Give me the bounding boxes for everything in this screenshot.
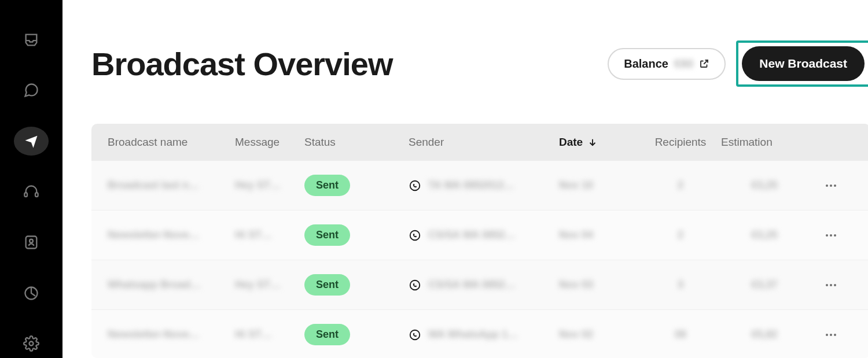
cell-name: Whatsapp Broad… bbox=[108, 279, 235, 291]
page-title: Broadcast Overview bbox=[91, 45, 392, 83]
nav-broadcast[interactable] bbox=[14, 127, 49, 156]
balance-label: Balance bbox=[624, 57, 668, 71]
svg-point-21 bbox=[834, 334, 836, 336]
header-actions: Balance €80 New Broadcast bbox=[608, 40, 868, 87]
support-icon bbox=[23, 184, 39, 200]
col-estimation[interactable]: Estimation bbox=[721, 136, 808, 149]
row-actions-button[interactable] bbox=[808, 228, 854, 242]
analytics-icon bbox=[23, 285, 39, 301]
cell-status: Sent bbox=[304, 224, 409, 246]
table-row[interactable]: Newsletter-Nove…Hi ST…SentCS/SA WA 0852…… bbox=[91, 211, 868, 260]
svg-point-9 bbox=[834, 184, 836, 187]
whatsapp-icon bbox=[409, 229, 421, 242]
col-message[interactable]: Message bbox=[235, 136, 304, 149]
cell-message: Hi ST… bbox=[235, 229, 304, 241]
col-sender[interactable]: Sender bbox=[409, 136, 559, 149]
sender-text: CS/SA WA 0852… bbox=[428, 279, 516, 291]
cell-name: Newsletter-Nove… bbox=[108, 229, 235, 241]
cell-status: Sent bbox=[304, 175, 409, 196]
whatsapp-icon bbox=[409, 279, 421, 291]
cell-sender: TA WA 0852012… bbox=[409, 179, 559, 192]
table-row[interactable]: Broadcast last n…Hey ST…SentTA WA 085201… bbox=[91, 161, 868, 211]
svg-rect-1 bbox=[35, 193, 38, 197]
broadcast-icon bbox=[23, 133, 39, 149]
whatsapp-icon bbox=[409, 329, 421, 341]
cell-message: Hey ST… bbox=[235, 179, 304, 191]
chat-icon bbox=[23, 82, 39, 98]
sender-text: CS/SA WA 0852… bbox=[428, 229, 516, 241]
more-icon bbox=[824, 179, 838, 193]
table-body: Broadcast last n…Hey ST…SentTA WA 085201… bbox=[91, 161, 868, 358]
table-row[interactable]: Whatsapp Broad…Hey ST…SentCS/SA WA 0852…… bbox=[91, 260, 868, 310]
new-broadcast-button[interactable]: New Broadcast bbox=[742, 46, 865, 81]
sort-desc-icon bbox=[587, 137, 598, 147]
svg-point-3 bbox=[30, 239, 33, 243]
row-actions-button[interactable] bbox=[808, 179, 854, 193]
sender-text: WA WhatsApp 1… bbox=[428, 329, 518, 341]
cell-estimation: €3,37 bbox=[721, 279, 808, 291]
external-link-icon bbox=[699, 58, 709, 69]
highlight-annotation: New Broadcast bbox=[736, 40, 868, 87]
status-badge: Sent bbox=[304, 324, 350, 345]
nav-support[interactable] bbox=[14, 178, 49, 206]
sender-text: TA WA 0852012… bbox=[428, 179, 514, 191]
cell-estimation: €3,25 bbox=[721, 229, 808, 241]
nav-settings[interactable] bbox=[14, 329, 49, 358]
svg-point-5 bbox=[30, 342, 34, 346]
more-icon bbox=[824, 328, 838, 342]
more-icon bbox=[824, 278, 838, 292]
contacts-icon bbox=[23, 234, 39, 250]
cell-message: Hey ST… bbox=[235, 279, 304, 291]
broadcast-table: Broadcast name Message Status Sender Dat… bbox=[91, 124, 868, 358]
more-icon bbox=[824, 228, 838, 242]
svg-point-11 bbox=[826, 234, 828, 237]
sidebar bbox=[0, 0, 62, 358]
nav-chat[interactable] bbox=[14, 76, 49, 105]
status-badge: Sent bbox=[304, 224, 350, 246]
row-actions-button[interactable] bbox=[808, 328, 854, 342]
col-name[interactable]: Broadcast name bbox=[108, 136, 235, 149]
cell-recipients: 2 bbox=[640, 229, 721, 241]
cell-recipients: 08 bbox=[640, 329, 721, 341]
whatsapp-icon bbox=[409, 179, 421, 192]
svg-point-13 bbox=[834, 234, 836, 237]
cell-name: Broadcast last n… bbox=[108, 179, 235, 191]
cell-status: Sent bbox=[304, 324, 409, 345]
svg-point-14 bbox=[410, 280, 420, 290]
cell-name: Newsletter-Nove… bbox=[108, 329, 235, 341]
nav-inbox[interactable] bbox=[14, 25, 49, 54]
table-header: Broadcast name Message Status Sender Dat… bbox=[91, 124, 868, 161]
svg-point-15 bbox=[826, 284, 828, 286]
col-date[interactable]: Date bbox=[559, 136, 640, 149]
page-header: Broadcast Overview Balance €80 New Broad… bbox=[91, 40, 868, 87]
cell-sender: CS/SA WA 0852… bbox=[409, 279, 559, 291]
cell-sender: WA WhatsApp 1… bbox=[409, 329, 559, 341]
settings-icon bbox=[23, 335, 39, 352]
svg-point-18 bbox=[410, 330, 420, 339]
cell-status: Sent bbox=[304, 274, 409, 296]
col-date-label: Date bbox=[559, 136, 583, 149]
svg-point-16 bbox=[830, 284, 832, 286]
cell-estimation: €3,25 bbox=[721, 179, 808, 191]
status-badge: Sent bbox=[304, 274, 350, 296]
svg-point-6 bbox=[410, 180, 420, 190]
status-badge: Sent bbox=[304, 175, 350, 196]
svg-point-8 bbox=[830, 184, 832, 187]
svg-point-19 bbox=[826, 334, 828, 336]
main-content: Broadcast Overview Balance €80 New Broad… bbox=[62, 0, 868, 358]
cell-sender: CS/SA WA 0852… bbox=[409, 229, 559, 242]
col-recipients[interactable]: Recipients bbox=[640, 136, 721, 149]
col-status[interactable]: Status bbox=[304, 136, 409, 149]
balance-value: €80 bbox=[674, 57, 693, 71]
cell-date: Nov 02 bbox=[559, 329, 640, 341]
nav-analytics[interactable] bbox=[14, 279, 49, 308]
svg-point-12 bbox=[830, 234, 832, 237]
svg-point-17 bbox=[834, 284, 836, 286]
table-row[interactable]: Newsletter-Nove…Hi ST…SentWA WhatsApp 1…… bbox=[91, 310, 868, 358]
nav-contacts[interactable] bbox=[14, 228, 49, 257]
cell-message: Hi ST… bbox=[235, 329, 304, 341]
svg-point-20 bbox=[830, 334, 832, 336]
balance-button[interactable]: Balance €80 bbox=[608, 48, 726, 80]
row-actions-button[interactable] bbox=[808, 278, 854, 292]
cell-date: Nov 03 bbox=[559, 279, 640, 291]
